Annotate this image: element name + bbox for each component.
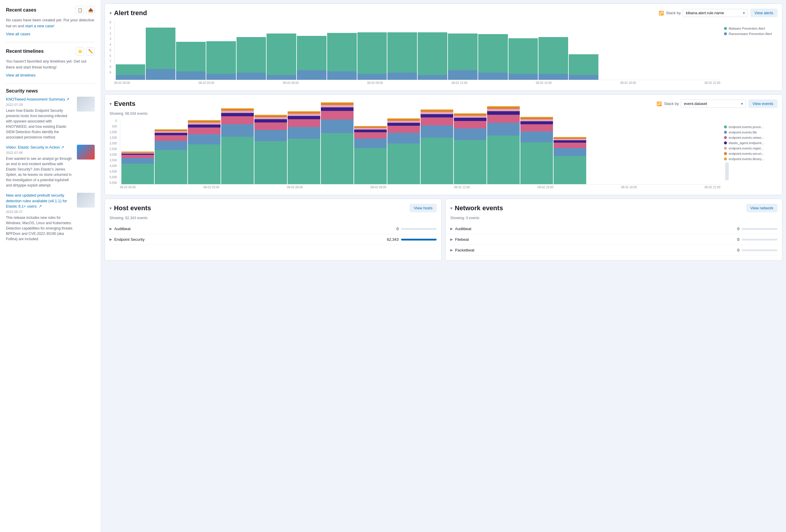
legend-elastic-agent-dot: [724, 142, 727, 144]
alert-bar-group: [267, 21, 296, 80]
legend-library: endpoint.events.library...: [724, 157, 778, 161]
alert-bar-green: [569, 54, 598, 75]
view-all-timelines-link[interactable]: View all timelines: [6, 73, 95, 77]
news-content: KNOTweed Assessment Summary ↗ 2022-07-29…: [6, 97, 74, 140]
legend-library-label: endpoint.events.library...: [729, 157, 764, 161]
event-bar-segment: [454, 140, 486, 184]
legend-network-dot: [724, 136, 727, 139]
news-item-title[interactable]: Video: Elastic Security in Action ↗: [6, 145, 74, 150]
event-bar-segment: [254, 122, 287, 130]
legend-process: endpoint.events.proce...: [724, 125, 778, 129]
alert-bar-blue: [267, 75, 296, 80]
host-endpoint-expand[interactable]: ▶: [110, 238, 112, 241]
event-bar-segment: [188, 124, 221, 127]
timelines-icon2-btn[interactable]: ✏️: [86, 47, 95, 55]
news-item-title[interactable]: KNOTweed Assessment Summary ↗: [6, 97, 74, 102]
event-bar-segment: [421, 112, 453, 114]
alert-bar-blue: [448, 70, 478, 80]
net-auditbeat-name: Auditbeat: [455, 226, 719, 231]
events-collapse-icon[interactable]: ▾: [110, 101, 112, 106]
timelines-icon1-btn[interactable]: ⭐: [76, 47, 84, 55]
alert-stack-by-wrapper[interactable]: kibana.alert.rule.name ▼: [683, 9, 748, 17]
net-filebeat-expand[interactable]: ▶: [450, 238, 453, 241]
legend-file-dot: [724, 131, 727, 134]
host-events-panel: ▾ Host events View hosts Showing: 62,343…: [105, 199, 442, 261]
legend-scrollbar[interactable]: [725, 163, 729, 180]
news-item: KNOTweed Assessment Summary ↗ 2022-07-29…: [6, 97, 95, 140]
legend-network-label: endpoint.events.netwo...: [729, 136, 764, 139]
alert-trend-refresh-icon[interactable]: 🔁: [658, 11, 664, 16]
view-all-cases-link[interactable]: View all cases: [6, 32, 95, 36]
news-item-title[interactable]: New and updated prebuilt security detect…: [6, 193, 74, 209]
events-stack-by-select[interactable]: event.dataset: [680, 100, 746, 107]
alert-bar-green: [116, 64, 145, 75]
view-network-button[interactable]: View network: [746, 204, 778, 212]
legend-malware: Malware Prevention Alert: [724, 27, 778, 30]
alert-bar-blue: [206, 74, 236, 80]
event-bar-segment: [287, 127, 320, 139]
start-new-case-link[interactable]: start a new case: [25, 24, 53, 28]
host-endpoint-count: 62,343: [381, 237, 399, 242]
event-bar-segment: [354, 148, 387, 184]
alert-stack-by-select[interactable]: kibana.alert.rule.name: [683, 9, 748, 17]
alert-bar-group: [116, 21, 145, 80]
network-events-title: Network events: [455, 204, 744, 212]
host-auditbeat-expand[interactable]: ▶: [110, 227, 112, 231]
view-hosts-button[interactable]: View hosts: [410, 204, 437, 212]
net-auditbeat-count: 0: [722, 226, 739, 231]
view-alerts-button[interactable]: View alerts: [750, 8, 778, 17]
events-stack-by-wrapper[interactable]: event.dataset ▼: [680, 100, 746, 107]
event-bar-segment: [321, 133, 353, 184]
host-events-title: Host events: [114, 204, 407, 212]
event-bar-segment: [354, 139, 387, 148]
network-events-list: ▶ Auditbeat 0 ▶ Filebeat 0: [450, 224, 778, 256]
alert-bar-green: [448, 33, 478, 70]
news-item-date: 2022-07-08: [6, 151, 74, 154]
alert-x-axis: 08-02 00:00 08-02 03:00 08-02 06:00 08-0…: [114, 80, 720, 86]
event-bar-group: [421, 119, 453, 184]
event-bar-segment: [188, 127, 221, 134]
alert-bar-group: [206, 21, 236, 80]
net-packetbeat-expand[interactable]: ▶: [450, 248, 453, 252]
news-list: KNOTweed Assessment Summary ↗ 2022-07-29…: [6, 97, 95, 242]
alert-bar-group: [387, 21, 417, 80]
host-events-collapse-icon[interactable]: ▾: [110, 206, 112, 211]
view-events-button[interactable]: View events: [748, 99, 778, 108]
events-y-axis: 5,500 5,000 4,500 4,000 3,500 3,000 2,50…: [110, 119, 117, 185]
alert-bar-green: [538, 37, 568, 74]
alert-bars-wrapper: 08-02 00:00 08-02 03:00 08-02 06:00 08-0…: [114, 21, 720, 86]
event-bar-segment: [421, 125, 453, 138]
event-bar-segment: [321, 120, 353, 133]
net-packetbeat-count: 0: [722, 248, 739, 252]
event-bar-segment: [321, 111, 353, 120]
news-item-desc: Learn how Elastic Endpoint Security prev…: [6, 108, 74, 140]
cases-icon1-btn[interactable]: 📋: [76, 6, 84, 14]
event-bar-segment: [121, 158, 154, 164]
net-auditbeat-expand[interactable]: ▶: [450, 227, 453, 231]
event-bar-segment: [454, 118, 486, 121]
alert-bar-green: [297, 36, 326, 70]
alert-bar-blue: [538, 74, 568, 80]
event-bar-group: [454, 119, 486, 184]
alert-bar-group: [448, 21, 478, 80]
events-refresh-icon[interactable]: 🔁: [656, 101, 662, 106]
event-bar-segment: [421, 117, 453, 125]
news-thumb-img: [77, 145, 95, 160]
alert-bar-group: [297, 21, 326, 80]
events-chart-area: 5,500 5,000 4,500 4,000 3,500 3,000 2,50…: [110, 119, 778, 190]
alert-bar-blue: [297, 70, 326, 80]
alert-bar-green: [478, 34, 508, 73]
news-item: Video: Elastic Security in Action ↗ 2022…: [6, 145, 95, 188]
network-events-collapse-icon[interactable]: ▾: [450, 206, 453, 211]
event-bar-segment: [487, 111, 520, 115]
alert-trend-collapse-icon[interactable]: ▾: [110, 11, 112, 16]
event-bar-group: [221, 119, 254, 184]
alert-bar-green: [357, 32, 387, 74]
events-chart-body: 5,500 5,000 4,500 4,000 3,500 3,000 2,50…: [110, 119, 720, 190]
alert-bar-group: [659, 21, 689, 80]
legend-security-label: endpoint.events.securi...: [729, 152, 764, 155]
event-bar-segment: [454, 128, 486, 140]
cases-icon2-btn[interactable]: 📥: [86, 6, 95, 14]
alert-bar-green: [267, 33, 296, 75]
legend-file: endpoint.events.file: [724, 130, 778, 134]
